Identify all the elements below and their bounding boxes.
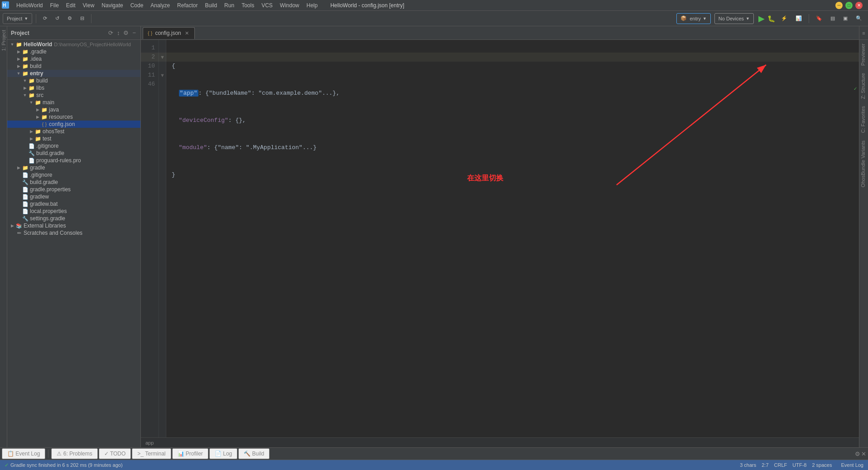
ohosbundle-toggle[interactable]: OhosBundle Variants bbox=[859, 137, 868, 191]
toggle-icon: ▶ bbox=[22, 85, 28, 91]
menu-file[interactable]: File bbox=[46, 1, 62, 10]
close-button[interactable]: ✕ bbox=[855, 2, 863, 9]
menu-analyze[interactable]: Analyze bbox=[147, 1, 174, 10]
status-bar: ✓ Gradle sync finished in 6 s 202 ms (9 … bbox=[0, 460, 868, 470]
settings-btn[interactable]: ⚙ bbox=[64, 14, 75, 23]
status-line-col[interactable]: 2:7 bbox=[762, 462, 768, 468]
panel-collapse-icon[interactable]: − bbox=[131, 29, 137, 37]
tree-label-helloworld: HelloWorld bbox=[24, 41, 52, 48]
tree-item-gradlew[interactable]: 📄 gradlew bbox=[7, 193, 140, 200]
profiler-tab[interactable]: 📊 Profiler bbox=[172, 448, 208, 459]
tree-item-gradle-hidden[interactable]: ▶ 📁 .gradle bbox=[7, 48, 140, 55]
tree-item-buildgradle-root[interactable]: 🔧 build.gradle bbox=[7, 179, 140, 186]
tree-item-local-props[interactable]: 📄 local.properties bbox=[7, 208, 140, 215]
tree-item-build-root[interactable]: ▶ 📁 build bbox=[7, 63, 140, 70]
left-vertical-panel: 1: Project bbox=[0, 26, 7, 447]
tree-item-gradle-folder[interactable]: ▶ 📁 gradle bbox=[7, 164, 140, 171]
chevron-left-icon: ≡ bbox=[862, 30, 865, 36]
panel-sync-icon[interactable]: ⟳ bbox=[107, 29, 114, 37]
collapse-btn[interactable]: ⊟ bbox=[77, 14, 87, 23]
tree-item-gradlew-bat[interactable]: 📄 gradlew.bat bbox=[7, 200, 140, 208]
tree-label: build bbox=[30, 63, 41, 69]
status-spaces[interactable]: 2 spaces bbox=[812, 462, 832, 468]
status-line-sep[interactable]: CRLF bbox=[774, 462, 787, 468]
favorites-toggle[interactable]: C: Favorites bbox=[859, 102, 868, 136]
device-dropdown[interactable]: No Devices ▼ bbox=[714, 13, 754, 24]
maximize-button[interactable]: □ bbox=[845, 2, 853, 9]
terminal-tab[interactable]: >_ Terminal bbox=[132, 448, 171, 459]
minimize-button[interactable]: ─ bbox=[835, 2, 843, 9]
menu-code[interactable]: Code bbox=[127, 1, 147, 10]
tree-item-entry[interactable]: ▼ 📁 entry bbox=[7, 70, 140, 77]
search-btn[interactable]: 🔍 bbox=[853, 14, 865, 23]
toggle-icon: ▶ bbox=[15, 56, 22, 62]
entry-dropdown[interactable]: 📦 entry ▼ bbox=[676, 13, 710, 24]
tree-item-config-json[interactable]: { } config.json bbox=[7, 121, 140, 128]
tree-item-gradle-props[interactable]: 📄 gradle.properties bbox=[7, 186, 140, 193]
tree-item-main[interactable]: ▼ 📁 main bbox=[7, 99, 140, 106]
fold-icon-11[interactable]: ▼ bbox=[160, 73, 165, 78]
tree-label: build bbox=[36, 78, 48, 84]
tree-item-ohostest[interactable]: ▶ 📁 ohosTest bbox=[7, 128, 140, 135]
menu-help[interactable]: Help bbox=[303, 1, 322, 10]
sync-btn[interactable]: ⟳ bbox=[40, 14, 50, 23]
tree-item-src[interactable]: ▼ 📁 src bbox=[7, 92, 140, 99]
editor-tab-config-json[interactable]: { } config.json ✕ bbox=[143, 27, 195, 39]
tree-item-ext-libs[interactable]: ▶ 📚 External Libraries bbox=[7, 222, 140, 229]
profile-btn[interactable]: 📊 bbox=[792, 14, 805, 23]
tree-item-java[interactable]: ▶ 📁 java bbox=[7, 106, 140, 113]
debug-button[interactable]: 🐛 bbox=[767, 15, 775, 22]
panel-sort-icon[interactable]: ↕ bbox=[116, 29, 121, 37]
code-editor[interactable]: 1 2 10 11 46 ▼ ▼ bbox=[141, 40, 859, 437]
project-panel-toggle[interactable]: 1: Project bbox=[0, 26, 7, 54]
fold-icon[interactable]: ▼ bbox=[160, 54, 165, 60]
tree-item-scratches[interactable]: ✏ Scratches and Consoles bbox=[7, 229, 140, 237]
bottom-close-btn[interactable]: ✕ bbox=[861, 451, 866, 457]
menu-run[interactable]: Run bbox=[221, 1, 238, 10]
fold-marker-2[interactable]: ▼ bbox=[159, 53, 166, 62]
menu-window[interactable]: Window bbox=[276, 1, 303, 10]
event-log-label: Event Log bbox=[15, 451, 40, 457]
tree-item-resources[interactable]: ▶ 📁 resources bbox=[7, 113, 140, 121]
menu-view[interactable]: View bbox=[79, 1, 98, 10]
menu-navigate[interactable]: Navigate bbox=[98, 1, 126, 10]
tree-item-settings-gradle[interactable]: 🔧 settings.gradle bbox=[7, 215, 140, 222]
tree-item-idea[interactable]: ▶ 📁 .idea bbox=[7, 55, 140, 63]
tree-item-gitignore-root[interactable]: 📄 .gitignore bbox=[7, 171, 140, 179]
menu-helloworld[interactable]: HelloWorld bbox=[13, 1, 46, 10]
layout-btn1[interactable]: ▤ bbox=[827, 14, 838, 23]
menu-build[interactable]: Build bbox=[201, 1, 221, 10]
menu-tools[interactable]: Tools bbox=[238, 1, 258, 10]
tree-item-gitignore-entry[interactable]: 📄 .gitignore bbox=[7, 142, 140, 150]
tree-item-libs[interactable]: ▶ 📁 libs bbox=[7, 84, 140, 92]
tree-item-entry-build[interactable]: ▼ 📁 build bbox=[7, 77, 140, 84]
event-log-tab[interactable]: 📋 Event Log bbox=[2, 448, 45, 459]
layout-btn2[interactable]: ▣ bbox=[840, 14, 851, 23]
problems-tab[interactable]: ⚠ 6: Problems bbox=[51, 448, 97, 459]
build-tab[interactable]: 🔨 Build bbox=[238, 448, 270, 459]
fold-marker-11[interactable]: ▼ bbox=[159, 71, 166, 80]
run-button[interactable]: ▶ bbox=[758, 14, 765, 24]
todo-tab[interactable]: ✓ TODO bbox=[99, 448, 131, 459]
previewer-toggle[interactable]: Previewer bbox=[859, 40, 868, 69]
project-dropdown[interactable]: Project ▼ bbox=[3, 13, 32, 24]
structure-toggle[interactable]: Z: Structure bbox=[859, 69, 868, 102]
bottom-settings-btn[interactable]: ⚙ bbox=[855, 451, 860, 457]
panel-settings-icon[interactable]: ⚙ bbox=[122, 29, 130, 37]
tree-item-buildgradle-entry[interactable]: 🔧 build.gradle bbox=[7, 150, 140, 157]
tab-close-button[interactable]: ✕ bbox=[184, 30, 190, 36]
menu-refactor[interactable]: Refactor bbox=[174, 1, 201, 10]
status-encoding[interactable]: UTF-8 bbox=[792, 462, 806, 468]
tree-item-proguard[interactable]: 📄 proguard-rules.pro bbox=[7, 157, 140, 164]
code-content[interactable]: { "app": {"bundleName": "com.example.dem… bbox=[166, 40, 859, 437]
attach-btn[interactable]: ⚡ bbox=[778, 14, 791, 23]
bookmark-btn[interactable]: 🔖 bbox=[813, 14, 825, 23]
log-tab[interactable]: 📄 Log bbox=[209, 448, 237, 459]
tree-item-test[interactable]: ▶ 📁 test bbox=[7, 135, 140, 142]
refresh-btn[interactable]: ↺ bbox=[52, 14, 63, 23]
status-chars[interactable]: 3 chars bbox=[740, 462, 756, 468]
menu-vcs[interactable]: VCS bbox=[258, 1, 276, 10]
menu-edit[interactable]: Edit bbox=[63, 1, 79, 10]
tree-item-helloworld[interactable]: ▼ 📁 HelloWorld D:\harmonyOS_Project\Hell… bbox=[7, 41, 140, 48]
event-log-status-btn[interactable]: Event Log bbox=[841, 462, 863, 468]
